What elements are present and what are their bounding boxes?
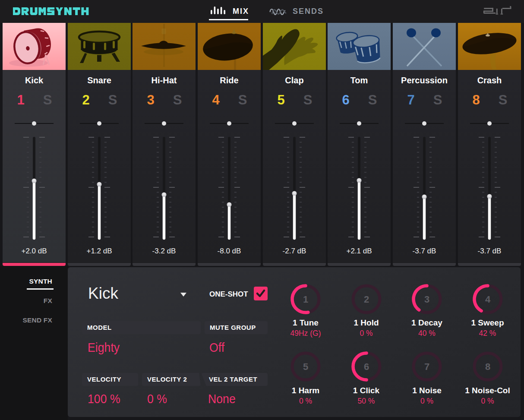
svg-text:8: 8 <box>485 361 490 372</box>
svg-text:5: 5 <box>303 361 308 372</box>
svg-text:2: 2 <box>363 294 369 305</box>
svg-text:3: 3 <box>424 294 429 305</box>
svg-text:1: 1 <box>303 294 308 305</box>
svg-text:6: 6 <box>363 361 369 372</box>
svg-text:7: 7 <box>424 361 429 372</box>
svg-text:4: 4 <box>485 294 490 305</box>
